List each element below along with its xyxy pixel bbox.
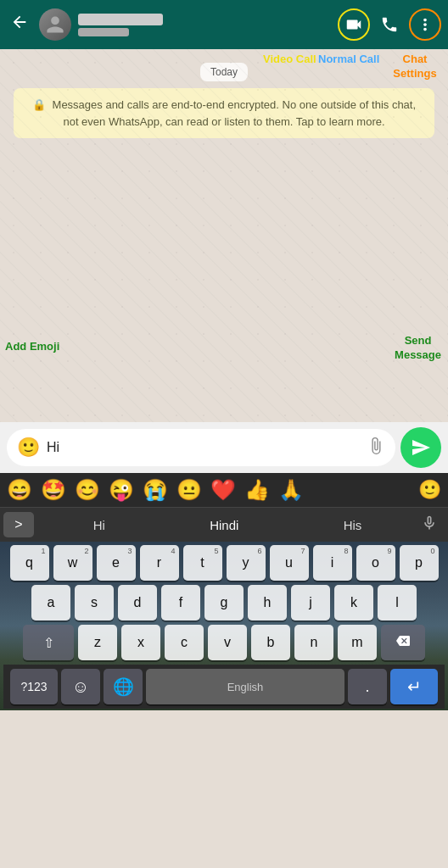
key-o[interactable]: 9o	[356, 545, 395, 581]
date-badge: Today	[0, 63, 448, 81]
key-y[interactable]: 6y	[227, 545, 266, 581]
key-a[interactable]: a	[31, 585, 70, 620]
prediction-word-1[interactable]: Hi	[87, 515, 112, 536]
attach-button[interactable]	[367, 437, 385, 459]
emoji-face-key[interactable]: ☺	[61, 669, 100, 704]
avatar-image	[39, 8, 71, 41]
prediction-row: > Hi Hindi His	[0, 508, 448, 542]
send-button[interactable]	[400, 427, 441, 468]
key-row-3: ⇧ z x c v b n m	[3, 625, 445, 660]
key-q[interactable]: 1q	[10, 545, 49, 581]
emoji-suggest-1[interactable]: 😄	[7, 478, 32, 502]
voice-call-button[interactable]	[373, 8, 406, 41]
bottom-bar: ?123 ☺ 🌐 English . ↵	[3, 665, 445, 709]
message-input[interactable]	[47, 440, 360, 455]
contact-info[interactable]	[78, 14, 331, 36]
emoji-suggestions-row: 😄 🤩 😊 😜 😭 😐 ❤️ 👍 🙏 🙂	[0, 473, 448, 508]
key-m[interactable]: m	[338, 625, 377, 660]
lock-icon: 🔒	[32, 98, 46, 111]
prediction-expand-button[interactable]: >	[3, 512, 34, 537]
emoji-button[interactable]: 🙂	[17, 437, 40, 459]
header-icons	[338, 8, 441, 41]
contact-name	[78, 14, 163, 25]
backspace-key[interactable]	[381, 625, 425, 660]
shift-key[interactable]: ⇧	[23, 625, 74, 660]
emoji-more-button[interactable]: 🙂	[418, 479, 441, 501]
key-z[interactable]: z	[78, 625, 117, 660]
emoji-suggest-7[interactable]: ❤️	[210, 478, 236, 502]
globe-key[interactable]: 🌐	[104, 669, 143, 704]
emoji-suggest-4[interactable]: 😜	[109, 478, 134, 502]
period-key[interactable]: .	[348, 669, 387, 704]
page-wrapper: Video Call Normal Call Chat Settings Tod…	[0, 0, 448, 710]
message-input-box: 🙂	[7, 429, 395, 466]
prediction-words: Hi Hindi His	[41, 515, 414, 536]
key-i[interactable]: 8i	[313, 545, 352, 581]
prediction-word-2[interactable]: Hindi	[203, 515, 245, 536]
key-k[interactable]: k	[334, 585, 373, 620]
emoji-suggest-5[interactable]: 😭	[143, 478, 168, 502]
space-key[interactable]: English	[146, 669, 344, 704]
key-h[interactable]: h	[248, 585, 287, 620]
encryption-text: Messages and calls are end-to-end encryp…	[53, 98, 417, 128]
key-w[interactable]: 2w	[53, 545, 92, 581]
key-s[interactable]: s	[75, 585, 114, 620]
emoji-suggest-9[interactable]: 🙏	[278, 478, 304, 502]
key-b[interactable]: b	[251, 625, 290, 660]
return-key[interactable]: ↵	[390, 669, 438, 704]
key-u[interactable]: 7u	[270, 545, 309, 581]
key-f[interactable]: f	[161, 585, 200, 620]
emoji-suggest-2[interactable]: 🤩	[41, 478, 66, 502]
emoji-suggest-3[interactable]: 😊	[75, 478, 100, 502]
video-call-button[interactable]	[338, 8, 370, 41]
emoji-suggest-6[interactable]: 😐	[176, 478, 202, 502]
key-row-2: a s d f g h j k l	[3, 585, 445, 620]
key-j[interactable]: j	[291, 585, 330, 620]
encryption-notice[interactable]: 🔒 Messages and calls are end-to-end encr…	[14, 88, 434, 138]
key-row-1: 1q 2w 3e 4r 5t 6y 7u 8i 9o 0p	[3, 545, 445, 581]
numbers-key[interactable]: ?123	[10, 669, 58, 704]
more-options-button[interactable]	[409, 8, 441, 41]
key-t[interactable]: 5t	[183, 545, 222, 581]
contact-avatar[interactable]	[39, 8, 71, 41]
key-g[interactable]: g	[204, 585, 244, 620]
key-n[interactable]: n	[294, 625, 333, 660]
input-area: 🙂	[0, 422, 448, 473]
key-x[interactable]: x	[121, 625, 160, 660]
key-c[interactable]: c	[165, 625, 204, 660]
key-d[interactable]: d	[118, 585, 157, 620]
keyboard: 😄 🤩 😊 😜 😭 😐 ❤️ 👍 🙏 🙂 > Hi Hindi His	[0, 473, 448, 710]
mic-button[interactable]	[414, 515, 445, 536]
chat-area: Today 🔒 Messages and calls are end-to-en…	[0, 49, 448, 422]
header	[0, 0, 448, 49]
contact-status	[78, 28, 129, 36]
key-r[interactable]: 4r	[140, 545, 179, 581]
key-l[interactable]: l	[378, 585, 417, 620]
prediction-word-3[interactable]: His	[337, 515, 369, 536]
key-rows: 1q 2w 3e 4r 5t 6y 7u 8i 9o 0p a s d f g …	[0, 542, 448, 710]
emoji-suggest-8[interactable]: 👍	[244, 478, 270, 502]
key-e[interactable]: 3e	[97, 545, 136, 581]
key-p[interactable]: 0p	[400, 545, 439, 581]
key-v[interactable]: v	[208, 625, 247, 660]
back-button[interactable]	[7, 9, 32, 40]
